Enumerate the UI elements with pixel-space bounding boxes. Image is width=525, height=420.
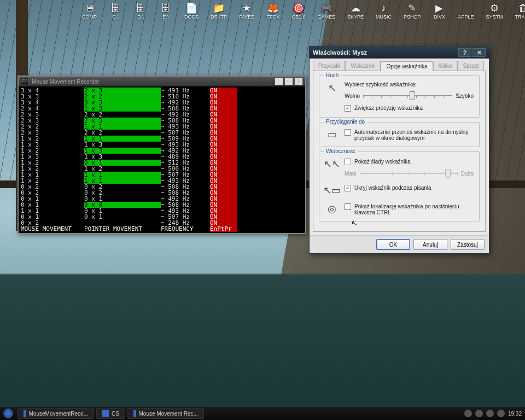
taskbar-item[interactable]: MouseMovementReco... xyxy=(18,408,94,419)
desktop-icon-faves[interactable]: ★FAVES xyxy=(239,2,254,20)
dialog-tabs: PrzyciskiWskaźnikiOpcje wskaźnikaKółkoSp… xyxy=(310,59,489,71)
desktop-icon-label: C:\ xyxy=(112,14,119,20)
desktop-icon-comp[interactable]: 🖥COMP xyxy=(82,2,97,20)
hide-pointer-label: Ukryj wskaźnik podczas pisania xyxy=(354,185,431,191)
tab-k--ko[interactable]: Kółko xyxy=(433,61,458,71)
console-minimize-button[interactable]: _ xyxy=(275,78,283,85)
desktop-icon-games[interactable]: 🎮GAMES xyxy=(317,2,335,20)
console-footer: MOUSE MOVEMENTPOINTER MOVEMENTFREQUENCYE… xyxy=(19,226,305,232)
task-icon xyxy=(24,410,26,417)
desktop-icon-glyph: 🖥 xyxy=(83,2,96,14)
desktop-icon-systm[interactable]: ⚙SYSTM xyxy=(486,2,503,20)
tray-icon[interactable] xyxy=(475,410,483,417)
desktop-icon-skype[interactable]: ☁SKYPE xyxy=(347,2,364,20)
desktop-icon-glyph: ♪ xyxy=(377,2,390,14)
desktop-icon-glyph: ⚙ xyxy=(488,2,501,14)
hide-pointer-checkbox[interactable]: ✓ xyxy=(345,185,351,191)
desktop-icon-music[interactable]: ♪MUSIC xyxy=(376,2,392,20)
desktop-icon-label: GAMES xyxy=(317,14,335,20)
tray-icon[interactable] xyxy=(464,410,472,417)
group-snap-to: Przyciąganie do ▭ Automatycznie przenieś… xyxy=(319,122,480,147)
tab-sprz-t[interactable]: Sprzęt xyxy=(458,61,485,71)
taskbar: MouseMovementReco...CSMouse Movement Rec… xyxy=(0,407,525,420)
task-label: CS xyxy=(112,411,119,417)
tray-icon[interactable] xyxy=(486,410,494,417)
pointer-trails-label: Pokaż ślady wskaźnika xyxy=(354,159,411,165)
desktop-icon-e[interactable]: 🗄E:\ xyxy=(159,2,172,20)
desktop-icon-glyph: 🦊 xyxy=(266,2,279,14)
cancel-button[interactable]: Anuluj xyxy=(413,239,447,250)
task-label: MouseMovementReco... xyxy=(29,411,88,417)
tab-przyciski[interactable]: Przyciski xyxy=(313,61,345,71)
desktop-icon-glyph: 📁 xyxy=(212,2,225,14)
desktop-icon-glyph: 🗄 xyxy=(159,2,172,14)
desktop-icon-glyph: ▶ xyxy=(433,2,446,14)
taskbar-item[interactable]: CS xyxy=(96,408,125,419)
desktop-icon-label: DSKTP xyxy=(211,14,227,20)
desktop-icon-trash[interactable]: 🗑TRASH xyxy=(515,2,526,20)
mouse-properties-dialog: Właściwości: Mysz ? ✕ PrzyciskiWskaźniki… xyxy=(309,46,489,254)
desktop-icon-ffox[interactable]: 🦊FFOX xyxy=(266,2,279,20)
snap-to-checkbox[interactable] xyxy=(345,129,351,136)
tab-wska-niki[interactable]: Wskaźniki xyxy=(345,61,381,71)
desktop-icon-glyph: 📄 xyxy=(185,2,198,14)
snap-to-icon: ▭ xyxy=(325,128,339,141)
console-titlebar[interactable]: C:\ Mouse Movement Recorder _ □ X xyxy=(19,77,305,86)
taskbar-clock: 19:32 xyxy=(508,411,522,417)
tab-opcje-wska-nika[interactable]: Opcje wskaźnika xyxy=(381,61,433,71)
dialog-close-button[interactable]: ✕ xyxy=(472,48,486,57)
desktop-icon-glyph: 🗄 xyxy=(134,2,147,14)
ctrl-locate-checkbox[interactable] xyxy=(345,203,351,210)
ctrl-locate-icon: ◎ xyxy=(325,202,339,215)
ok-button[interactable]: OK xyxy=(376,239,410,250)
console-close-button[interactable]: X xyxy=(294,78,303,85)
desktop-icon-label: CS1.6 xyxy=(291,14,305,20)
tab-panel-pointer-options: Ruch ↖ Wybierz szybkość wskaźnika: Wolno… xyxy=(313,71,486,232)
desktop-icon-label: COMP xyxy=(82,14,97,20)
desktop-icon-label: APPLE xyxy=(458,14,474,20)
enhance-precision-label: Zwiększ precyzję wskaźnika xyxy=(354,105,423,111)
desktop-icon-glyph: 🎮 xyxy=(320,2,333,14)
console-body: 3 x 42 x 3~ 491 HzON3 x 32 x 2~ 510 HzON… xyxy=(19,86,305,233)
desktop-icon-cs16[interactable]: 🎯CS1.6 xyxy=(291,2,305,20)
desktop-icon-pshop[interactable]: ✎PSHOP xyxy=(404,2,421,20)
desktop-icon-glyph: ✎ xyxy=(406,2,419,14)
desktop-icon-label: SKYPE xyxy=(347,14,364,20)
ctrl-locate-label: Pokaż lokalizację wskaźnika po naciśnięc… xyxy=(354,203,474,215)
dialog-help-button[interactable]: ? xyxy=(458,48,471,57)
pointer-trails-checkbox[interactable] xyxy=(345,159,351,165)
desktop-icon-glyph: ★ xyxy=(240,2,253,14)
desktop-icon-divx[interactable]: ▶DIVX xyxy=(433,2,446,20)
group-visibility-legend: Widoczność xyxy=(324,148,358,154)
taskbar-item[interactable]: Mouse Movement Rec... xyxy=(127,408,204,419)
dialog-titlebar[interactable]: Właściwości: Mysz ? ✕ xyxy=(310,46,489,59)
dialog-title-text: Właściwości: Mysz xyxy=(313,49,367,56)
start-button[interactable] xyxy=(3,409,13,418)
system-tray: 19:32 xyxy=(464,410,522,417)
pointer-speed-icon: ↖ xyxy=(325,81,339,95)
slider-fast-label: Szybko xyxy=(456,93,474,99)
desktop-icon-dsktp[interactable]: 📁DSKTP xyxy=(211,2,227,20)
desktop-icon-d[interactable]: 🗄D:\ xyxy=(134,2,147,20)
desktop-icon-c[interactable]: 🗄C:\ xyxy=(109,2,122,20)
desktop-icon-glyph: 🗑 xyxy=(517,2,525,14)
desktop-icon-docs[interactable]: 📄DOCS xyxy=(184,2,199,20)
desktop-icon-label: SYSTM xyxy=(486,14,503,20)
group-visibility: Widoczność ↖↖ Pokaż ślady wskaźnika Mała xyxy=(319,151,480,221)
trails-fast-label: Duża xyxy=(461,171,474,177)
task-icon xyxy=(133,410,136,417)
desktop-icon-label: D:\ xyxy=(137,14,144,20)
desktop-icon-label: DIVX xyxy=(434,14,445,20)
pointer-speed-label: Wybierz szybkość wskaźnika: xyxy=(345,81,474,88)
pointer-speed-slider[interactable] xyxy=(363,91,452,101)
tray-icon[interactable] xyxy=(497,410,505,417)
desktop-icon-label: FAVES xyxy=(239,14,254,20)
desktop-icon-glyph: 🗄 xyxy=(109,2,122,14)
console-title-icon: C:\ xyxy=(21,78,28,85)
desktop-icon-label: E:\ xyxy=(162,14,168,20)
console-maximize-button[interactable]: □ xyxy=(284,78,293,85)
desktop-icon-apple[interactable]: APPLE xyxy=(458,2,474,20)
apply-button[interactable]: Zastosuj xyxy=(451,239,485,250)
snap-to-label: Automatycznie przenieś wskaźnik na domyś… xyxy=(354,129,474,141)
enhance-precision-checkbox[interactable]: ✓ xyxy=(345,105,351,112)
